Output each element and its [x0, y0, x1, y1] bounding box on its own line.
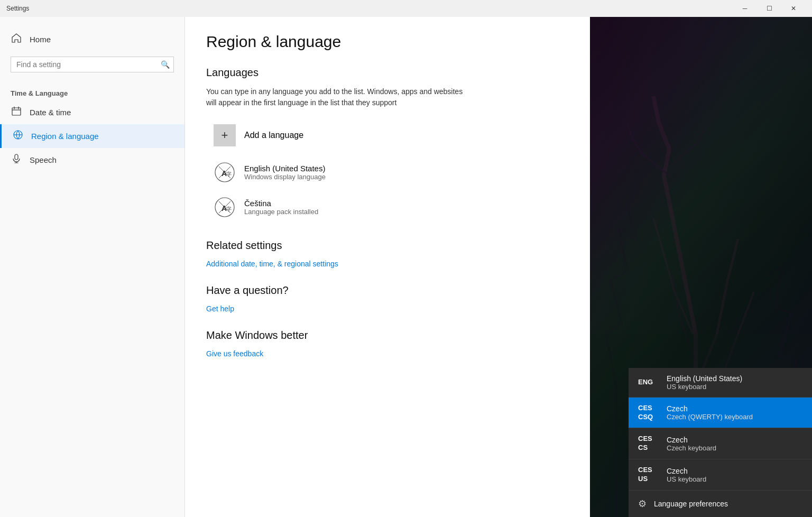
popup-item-ces-us[interactable]: CES US Czech US keyboard: [629, 459, 812, 491]
popup-code-ces-cs: CES CS: [638, 435, 658, 453]
languages-section-title: Languages: [206, 67, 569, 79]
language-info-czech: Čeština Language pack installed: [244, 199, 318, 216]
app-title: Settings: [6, 5, 29, 12]
popup-lang-ces-cs: Czech: [667, 436, 716, 444]
language-switcher-popup: ENG English (United States) US keyboard …: [629, 368, 812, 517]
settings-gear-icon: ⚙: [638, 498, 647, 510]
sidebar-item-home[interactable]: Home: [0, 27, 184, 51]
popup-info-ces-us: Czech US keyboard: [667, 467, 706, 483]
calendar-icon: [11, 106, 22, 119]
language-item-czech[interactable]: A 字 Čeština Language pack installed: [206, 191, 470, 224]
feedback-title: Make Windows better: [206, 329, 569, 341]
sidebar-search-area: 🔍: [11, 57, 174, 72]
language-sub-english: Windows display language: [244, 173, 326, 181]
related-settings-title: Related settings: [206, 239, 569, 252]
search-icon: 🔍: [161, 60, 170, 69]
popup-lang-eng: English (United States): [667, 374, 742, 383]
feedback-link[interactable]: Give us feedback: [206, 349, 263, 358]
popup-keyboard-ces-cs: Czech keyboard: [667, 444, 716, 452]
app-container: Home 🔍 Time & Language Date & time: [0, 17, 812, 517]
language-info-english: English (United States) Windows display …: [244, 164, 326, 181]
sidebar-speech-label: Speech: [30, 155, 57, 164]
popup-info-ces-csq: Czech Czech (QWERTY) keyboard: [667, 404, 753, 421]
popup-item-ces-cs[interactable]: CES CS Czech Czech keyboard: [629, 428, 812, 459]
regional-settings-link[interactable]: Additional date, time, & regional settin…: [206, 260, 338, 268]
popup-item-ces-csq[interactable]: CES CSQ Czech Czech (QWERTY) keyboard: [629, 398, 812, 429]
popup-lang-ces-csq: Czech: [667, 404, 753, 413]
feedback-section: Make Windows better Give us feedback: [206, 329, 569, 358]
microphone-icon: [11, 153, 22, 167]
wallpaper-area: ENG English (United States) US keyboard …: [590, 17, 812, 517]
popup-item-eng[interactable]: ENG English (United States) US keyboard: [629, 368, 812, 398]
main-content: Region & language Languages You can type…: [185, 17, 590, 517]
popup-code-ces-us: CES US: [638, 466, 658, 484]
popup-info-eng: English (United States) US keyboard: [667, 374, 742, 391]
region-icon: [12, 130, 24, 143]
sidebar: Home 🔍 Time & Language Date & time: [0, 17, 185, 517]
search-input[interactable]: [11, 57, 174, 72]
minimize-button[interactable]: ─: [733, 0, 757, 17]
popup-lang-ces-us: Czech: [667, 467, 706, 475]
add-language-button[interactable]: + Add a language: [206, 119, 386, 152]
title-bar: Settings ─ ☐ ✕: [0, 0, 812, 17]
sidebar-region-label: Region & language: [31, 132, 99, 141]
language-icon-czech: A 字: [214, 196, 236, 218]
language-sub-czech: Language pack installed: [244, 208, 318, 216]
close-button[interactable]: ✕: [781, 0, 806, 17]
svg-rect-2: [15, 154, 18, 160]
language-name-english: English (United States): [244, 164, 326, 173]
languages-description: You can type in any language you add to …: [206, 86, 470, 108]
language-icon-english: A 字: [214, 161, 236, 183]
help-title: Have a question?: [206, 284, 569, 297]
maximize-button[interactable]: ☐: [757, 0, 781, 17]
popup-keyboard-ces-csq: Czech (QWERTY) keyboard: [667, 413, 753, 421]
popup-info-ces-cs: Czech Czech keyboard: [667, 436, 716, 452]
sidebar-item-speech[interactable]: Speech: [0, 148, 184, 172]
popup-code-eng: ENG: [638, 378, 658, 387]
popup-keyboard-eng: US keyboard: [667, 383, 742, 391]
sidebar-section-label: Time & Language: [0, 83, 184, 100]
sidebar-date-time-label: Date & time: [30, 108, 71, 117]
language-preferences-button[interactable]: ⚙ Language preferences: [629, 491, 812, 517]
svg-rect-0: [12, 108, 21, 115]
help-section: Have a question? Get help: [206, 284, 569, 313]
svg-text:字: 字: [226, 206, 232, 212]
language-name-czech: Čeština: [244, 199, 318, 208]
sidebar-item-region-language[interactable]: Region & language: [0, 124, 184, 148]
window-controls: ─ ☐ ✕: [733, 0, 806, 17]
home-icon: [11, 33, 22, 46]
popup-keyboard-ces-us: US keyboard: [667, 475, 706, 483]
page-title: Region & language: [206, 33, 569, 51]
add-language-label: Add a language: [244, 131, 303, 140]
sidebar-item-date-time[interactable]: Date & time: [0, 100, 184, 124]
related-settings-section: Related settings Additional date, time, …: [206, 239, 569, 269]
svg-text:字: 字: [226, 171, 232, 177]
sidebar-home-label: Home: [30, 35, 51, 44]
popup-code-ces-csq: CES CSQ: [638, 404, 658, 422]
plus-icon: +: [214, 124, 236, 146]
language-item-english[interactable]: A 字 English (United States) Windows disp…: [206, 156, 470, 189]
language-preferences-label: Language preferences: [654, 500, 728, 508]
get-help-link[interactable]: Get help: [206, 304, 234, 313]
